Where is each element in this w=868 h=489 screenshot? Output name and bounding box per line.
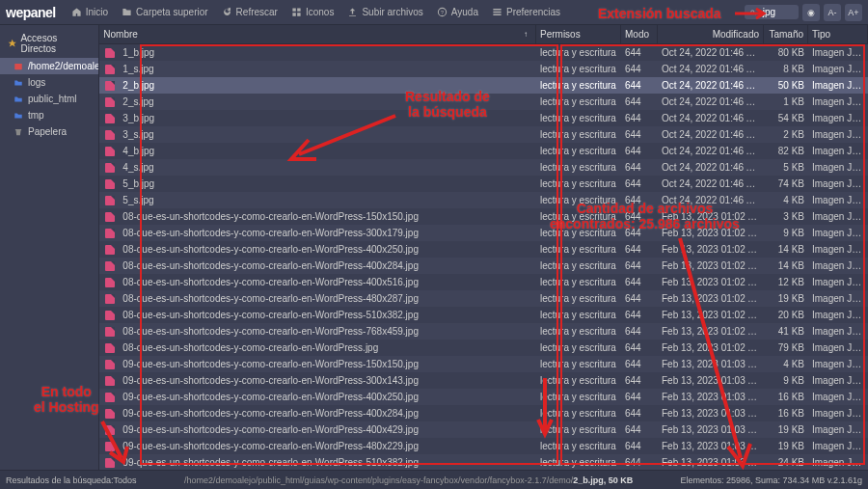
table-row[interactable]: 3_s.jpg lectura y escritura 644 Oct 24, … (99, 126, 868, 143)
sidebar: Accesos Directos /home2/demoalejologspub… (0, 25, 99, 470)
file-icon (105, 147, 115, 156)
font-larger-button[interactable]: A+ (845, 4, 862, 21)
file-icon (105, 311, 115, 320)
file-icon (105, 393, 115, 402)
sidebar-item-1[interactable]: logs (0, 74, 98, 91)
up-folder-button[interactable]: Carpeta superior (116, 4, 213, 20)
upload-button[interactable]: Subir archivos (341, 4, 428, 20)
sort-arrow-icon: ↑ (524, 30, 528, 39)
table-row[interactable]: 5_s.jpg lectura y escritura 644 Oct 24, … (99, 192, 868, 208)
file-icon (105, 376, 115, 386)
file-icon (105, 48, 115, 58)
font-smaller-button[interactable]: A- (824, 4, 841, 21)
main-area: Accesos Directos /home2/demoalejologspub… (0, 25, 868, 470)
table-row[interactable]: 4_s.jpg lectura y escritura 644 Oct 24, … (99, 159, 868, 176)
table-row[interactable]: 1_b.jpg lectura y escritura 644 Oct 24, … (99, 44, 868, 61)
search-box[interactable] (745, 5, 799, 19)
file-icon (105, 81, 115, 91)
col-tipo[interactable]: Tipo (808, 25, 868, 43)
table-header: Nombre↑ Permisos Modo Modificado Tamaño … (99, 25, 868, 44)
table-row[interactable]: 5_b.jpg lectura y escritura 644 Oct 24, … (99, 176, 868, 192)
sidebar-item-4[interactable]: Papelera (0, 123, 98, 140)
file-icon (105, 442, 115, 451)
table-row[interactable]: 09-que-es-un-shortcodes-y-como-crearlo-e… (99, 372, 868, 389)
trash-icon (14, 127, 23, 137)
sidebar-shortcuts-header: Accesos Directos (0, 29, 98, 58)
col-permisos[interactable]: Permisos (536, 25, 621, 43)
col-nombre[interactable]: Nombre↑ (99, 25, 536, 43)
refresh-icon (222, 7, 232, 17)
sidebar-item-3[interactable]: tmp (0, 107, 98, 123)
sidebar-item-2[interactable]: public_html (0, 91, 98, 107)
table-row[interactable]: 09-que-es-un-shortcodes-y-como-crearlo-e… (99, 421, 868, 438)
table-row[interactable]: 08-que-es-un-shortcodes-y-como-crearlo-e… (99, 241, 868, 258)
file-icon (105, 425, 115, 435)
table-row[interactable]: 08-que-es-un-shortcodes-y-como-crearlo-e… (99, 274, 868, 290)
table-row[interactable]: 08-que-es-un-shortcodes-y-como-crearlo-e… (99, 307, 868, 323)
file-icon (105, 196, 115, 205)
table-row[interactable]: 09-que-es-un-shortcodes-y-como-crearlo-e… (99, 356, 868, 372)
file-icon (105, 179, 115, 189)
table-row[interactable]: 08-que-es-un-shortcodes-y-como-crearlo-e… (99, 340, 868, 356)
col-modo[interactable]: Modo (621, 25, 658, 43)
preferences-button[interactable]: Preferencias (486, 4, 566, 20)
file-list-panel: Nombre↑ Permisos Modo Modificado Tamaño … (99, 25, 868, 470)
file-icon (105, 261, 115, 271)
upload-icon (347, 7, 358, 17)
folder-icon (14, 111, 23, 121)
home-icon (71, 7, 82, 17)
table-row[interactable]: 1_s.jpg lectura y escritura 644 Oct 24, … (99, 61, 868, 77)
refresh-button[interactable]: Refrescar (216, 4, 284, 20)
file-icon (105, 294, 115, 304)
grid-icon (291, 7, 302, 17)
file-icon (105, 458, 115, 468)
sidebar-item-0[interactable]: /home2/demoalejo (0, 58, 98, 74)
table-row[interactable]: 08-que-es-un-shortcodes-y-como-crearlo-e… (99, 323, 868, 340)
home-button[interactable]: Inicio (66, 4, 114, 20)
table-row[interactable]: 08-que-es-un-shortcodes-y-como-crearlo-e… (99, 225, 868, 241)
status-path: /home2/demoalejo/public_html/guias/wp-co… (143, 475, 675, 485)
toolbar: wepanel Inicio Carpeta superior Refresca… (0, 0, 868, 25)
file-icon (105, 409, 115, 419)
table-row[interactable]: 08-que-es-un-shortcodes-y-como-crearlo-e… (99, 258, 868, 274)
disk-icon (14, 62, 23, 71)
file-icon (105, 212, 115, 222)
svg-text:?: ? (441, 10, 444, 15)
table-row[interactable]: 4_b.jpg lectura y escritura 644 Oct 24, … (99, 143, 868, 159)
help-button[interactable]: ?Ayuda (431, 4, 484, 20)
status-bar: Resultados de la búsqueda:Todos /home2/d… (0, 470, 868, 489)
table-row[interactable]: 09-que-es-un-shortcodes-y-como-crearlo-e… (99, 438, 868, 454)
file-icon (105, 130, 115, 140)
file-icon (105, 245, 115, 255)
table-row[interactable]: 3_b.jpg lectura y escritura 644 Oct 24, … (99, 110, 868, 126)
file-icon (105, 360, 115, 369)
file-icon (105, 278, 115, 287)
table-row[interactable]: 08-que-es-un-shortcodes-y-como-crearlo-e… (99, 208, 868, 225)
file-icon (105, 163, 115, 173)
folder-icon (14, 78, 23, 88)
status-results: Resultados de la búsqueda:Todos (0, 475, 143, 485)
search-icon (750, 8, 756, 17)
table-row[interactable]: 09-que-es-un-shortcodes-y-como-crearlo-e… (99, 389, 868, 405)
view-toggle-button[interactable]: ◉ (802, 4, 820, 21)
file-icon (105, 65, 115, 74)
table-row[interactable]: 2_b.jpg lectura y escritura 644 Oct 24, … (99, 77, 868, 94)
file-icon (105, 114, 115, 123)
col-tamano[interactable]: Tamaño (764, 25, 808, 43)
brand-logo: wepanel (6, 5, 56, 20)
help-icon: ? (437, 7, 448, 17)
col-modificado[interactable]: Modificado (658, 25, 764, 43)
table-row[interactable]: 2_s.jpg lectura y escritura 644 Oct 24, … (99, 94, 868, 110)
table-row[interactable]: 08-que-es-un-shortcodes-y-como-crearlo-e… (99, 290, 868, 307)
folder-up-icon (122, 7, 132, 17)
list-icon (492, 7, 502, 17)
file-icon (105, 97, 115, 107)
status-elements: Elementos: 25986, Suma: 734.34 MB v.2.1.… (675, 475, 868, 485)
table-row[interactable]: 09-que-es-un-shortcodes-y-como-crearlo-e… (99, 405, 868, 421)
svg-point-2 (751, 10, 754, 13)
table-row[interactable]: 09-que-es-un-shortcodes-y-como-crearlo-e… (99, 454, 868, 470)
svg-rect-3 (14, 63, 22, 68)
icons-view-button[interactable]: Iconos (285, 4, 339, 20)
search-input[interactable] (760, 7, 793, 17)
file-icon (105, 343, 115, 353)
